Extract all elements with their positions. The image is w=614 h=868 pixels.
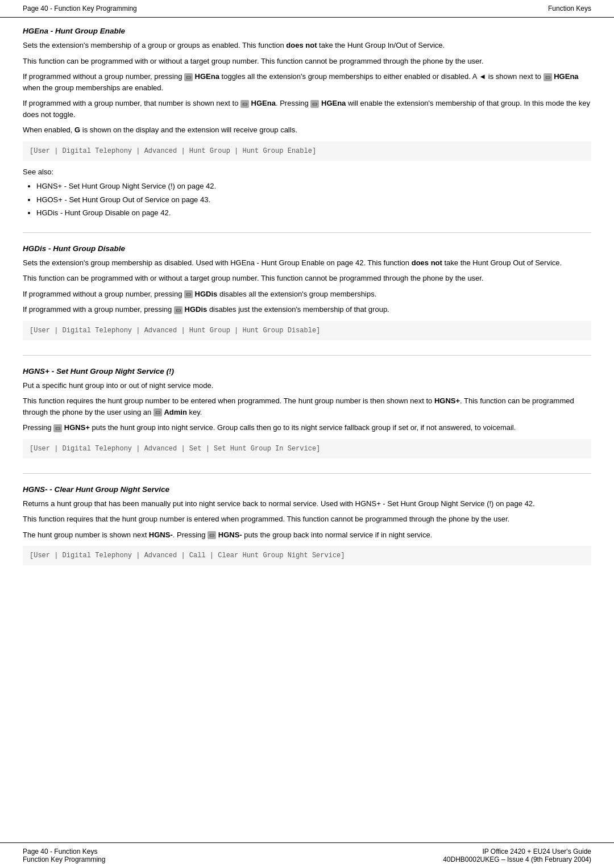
hgns-minus-para1: Returns a hunt group that has been manua…	[23, 498, 591, 510]
list-item: HGOS+ - Set Hunt Group Out of Service on…	[36, 194, 591, 206]
section-hgns-minus-title: HGNS- - Clear Hunt Group Night Service	[23, 485, 591, 494]
section-hgdis-title: HGDis - Hunt Group Disable	[23, 244, 591, 253]
footer-left: Page 40 - Function Keys Function Key Pro…	[23, 848, 105, 863]
phone-icon-5: ▭	[184, 290, 193, 298]
hgdis-para4: If programmed with a group number, press…	[23, 304, 591, 315]
phone-icon-7: ▭	[154, 408, 162, 416]
section-hgdis: HGDis - Hunt Group Disable Sets the exte…	[23, 244, 591, 356]
hgns-minus-code: [User | Digital Telephony | Advanced | C…	[23, 546, 591, 565]
hgdis-code: [User | Digital Telephony | Advanced | H…	[23, 321, 591, 340]
section-hgns-plus-title: HGNS+ - Set Hunt Group Night Service (!)	[23, 367, 591, 375]
hgns-plus-para3: Pressing ▭ HGNS+ puts the hunt group int…	[23, 422, 591, 433]
phone-icon-9: ▭	[208, 531, 216, 539]
phone-icon-6: ▭	[174, 306, 182, 314]
hgdis-para1: Sets the extension's group membership as…	[23, 257, 591, 269]
hgdis-para2: This function can be programmed with or …	[23, 273, 591, 284]
hgns-plus-code: [User | Digital Telephony | Advanced | S…	[23, 439, 591, 458]
hgena-code: [User | Digital Telephony | Advanced | H…	[23, 141, 591, 161]
phone-icon-4: ▭	[310, 100, 319, 108]
hgdis-para3: If programmed without a group number, pr…	[23, 289, 591, 300]
page-footer: Page 40 - Function Keys Function Key Pro…	[0, 842, 614, 868]
page-header: Page 40 - Function Key Programming Funct…	[0, 0, 614, 18]
phone-icon-2: ▭	[544, 73, 552, 81]
footer-right: IP Office 2420 + EU24 User's Guide 40DHB…	[443, 848, 591, 863]
hgns-minus-para3: The hunt group number is shown next HGNS…	[23, 529, 591, 541]
footer-right-line2: 40DHB0002UKEG – Issue 4 (9th February 20…	[443, 856, 591, 863]
hgena-para1: Sets the extension's membership of a gro…	[23, 40, 591, 51]
footer-right-line1: IP Office 2420 + EU24 User's Guide	[443, 848, 591, 856]
list-item: HGNS+ - Set Hunt Group Night Service (!)…	[36, 181, 591, 192]
main-content: HGEna - Hunt Group Enable Sets the exten…	[0, 18, 614, 842]
list-item: HGDis - Hunt Group Disable on page 42.	[36, 207, 591, 219]
header-left: Page 40 - Function Key Programming	[23, 5, 137, 12]
section-hgns-plus: HGNS+ - Set Hunt Group Night Service (!)…	[23, 367, 591, 474]
hgena-see-also-label: See also:	[23, 166, 591, 178]
hgena-para5: When enabled, G is shown on the display …	[23, 124, 591, 136]
hgena-para3: If programmed without a group number, pr…	[23, 71, 591, 93]
phone-icon-1: ▭	[184, 73, 193, 81]
phone-icon-8: ▭	[53, 424, 62, 432]
phone-icon-3: ▭	[240, 100, 249, 108]
footer-left-line2: Function Key Programming	[23, 856, 105, 863]
section-hgena-title: HGEna - Hunt Group Enable	[23, 27, 591, 35]
page-wrapper: Page 40 - Function Key Programming Funct…	[0, 0, 614, 868]
hgns-minus-para2: This function requires that the hunt gro…	[23, 514, 591, 525]
hgns-plus-para2: This function requires the hunt group nu…	[23, 395, 591, 418]
section-hgena: HGEna - Hunt Group Enable Sets the exten…	[23, 27, 591, 233]
footer-left-line1: Page 40 - Function Keys	[23, 848, 105, 856]
section-hgns-minus: HGNS- - Clear Hunt Group Night Service R…	[23, 485, 591, 581]
hgena-para2: This function can be programmed with or …	[23, 56, 591, 67]
hgena-para4: If programmed with a group number, that …	[23, 98, 591, 120]
hgena-see-also-list: HGNS+ - Set Hunt Group Night Service (!)…	[36, 181, 591, 219]
hgns-plus-para1: Put a specific hunt group into or out of…	[23, 380, 591, 391]
header-right: Function Keys	[548, 5, 591, 12]
